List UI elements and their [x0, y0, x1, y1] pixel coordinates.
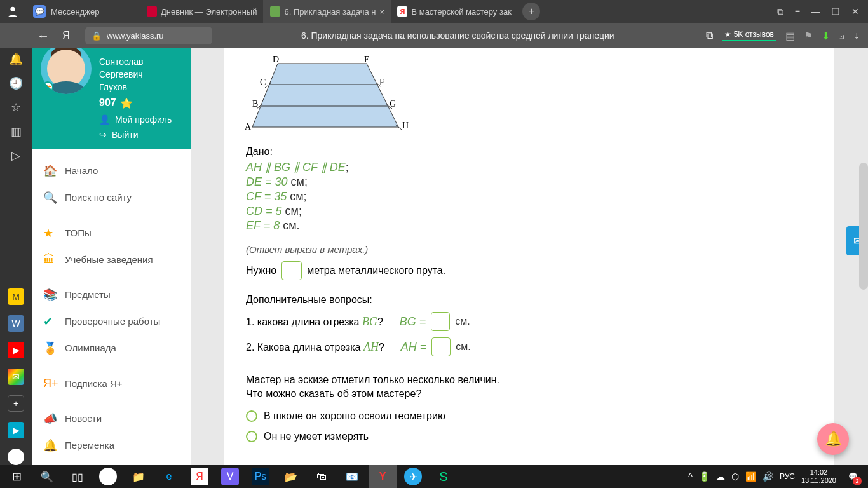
- tray-volume-icon[interactable]: 🔊: [763, 471, 773, 482]
- s-app-icon[interactable]: S: [430, 465, 458, 488]
- reviews-badge[interactable]: ★5K отзывов: [722, 30, 776, 41]
- clock[interactable]: 14:02 13.11.2020: [801, 468, 836, 485]
- bell-icon[interactable]: 🔔: [9, 52, 23, 66]
- alice-icon[interactable]: [8, 449, 24, 465]
- yaplus-icon: Я+: [43, 377, 57, 390]
- home-icon: 🏠: [43, 164, 57, 178]
- reader-icon[interactable]: ▤: [785, 30, 795, 42]
- mail-app-icon[interactable]: 📧: [338, 465, 366, 488]
- tab-add-button[interactable]: +: [522, 3, 540, 20]
- downloads-icon[interactable]: ↓: [854, 30, 859, 41]
- tab-dnevnik[interactable]: Дневник — Электронный: [140, 0, 263, 23]
- mail-icon[interactable]: ✉: [8, 369, 24, 385]
- vk-icon[interactable]: W: [8, 315, 24, 332]
- telegram-icon[interactable]: ✈: [399, 465, 427, 488]
- action-center-icon[interactable]: 💬2: [843, 466, 863, 487]
- nav-subjects[interactable]: 📚Предметы: [32, 281, 191, 308]
- collections-icon[interactable]: ▥: [9, 125, 23, 139]
- start-icon[interactable]: ⊞: [3, 465, 31, 488]
- star-icon[interactable]: ☆: [9, 100, 23, 114]
- folder-icon[interactable]: 📂: [277, 465, 305, 488]
- yandex-icon: Я: [397, 6, 407, 17]
- nav-news[interactable]: 📣Новости: [32, 405, 191, 432]
- shortcut-icon[interactable]: ▶: [8, 422, 24, 438]
- taskbar: ⊞ 🔍 ▯▯ 📁 e Я V Ps 📂 🛍 📧 Y ✈ S ^ 🔋 ☁ ⬡ 📶 …: [0, 465, 868, 488]
- yandex-home-icon[interactable]: Я: [55, 30, 78, 41]
- language-indicator[interactable]: РУС: [780, 472, 795, 481]
- yandex-icon[interactable]: Я: [186, 465, 214, 488]
- label-D: D: [273, 55, 279, 65]
- play-icon[interactable]: ▷: [9, 149, 23, 163]
- url-text: www.yaklass.ru: [107, 31, 164, 41]
- minimize-icon[interactable]: —: [811, 6, 820, 17]
- nav-search[interactable]: 🔍Поиск по сайту: [32, 184, 191, 211]
- radio-icon: [246, 431, 257, 442]
- radio-opt-2[interactable]: Он не умеет измерять: [246, 431, 813, 442]
- essay-block: Мастер на эскизе отметил только нескольк…: [246, 373, 813, 402]
- input-ah[interactable]: [431, 337, 451, 356]
- explorer-icon[interactable]: 📁: [125, 465, 153, 488]
- bookmark-icon[interactable]: ⚑: [804, 30, 813, 42]
- given-ef: EF = 8 см.: [246, 219, 813, 233]
- close-window-icon[interactable]: ✕: [851, 6, 859, 17]
- trapezoid-diagram: D E C F B G A H: [246, 57, 411, 133]
- logout-link[interactable]: ↪ Выйти: [99, 130, 172, 140]
- open-window-icon[interactable]: ⧉: [706, 30, 713, 41]
- nav-tops[interactable]: ★ТОПы: [32, 220, 191, 247]
- taskview-icon[interactable]: ▯▯: [64, 465, 92, 488]
- extensions-icon[interactable]: ⟓: [839, 30, 845, 41]
- add-panel-icon[interactable]: +: [8, 395, 24, 412]
- yandex-browser-active-icon[interactable]: Y: [369, 465, 397, 488]
- download-arrow-icon[interactable]: ⬇: [822, 30, 830, 42]
- tab-label: В мастерской мастеру зак: [411, 7, 511, 17]
- nav-yaplus[interactable]: Я+Подписка Я+: [32, 370, 191, 396]
- label-H: H: [402, 121, 409, 131]
- tray-bt-icon[interactable]: ⬡: [731, 471, 739, 482]
- youtube-icon[interactable]: ▶: [8, 342, 24, 358]
- tab-messenger[interactable]: 💬 Мессенджер: [25, 0, 140, 23]
- nav-olymp[interactable]: 🏅Олимпиада: [32, 335, 191, 362]
- label-A: A: [245, 122, 251, 132]
- browser-alice-icon[interactable]: [94, 465, 122, 488]
- given-label: Дано:: [246, 146, 813, 158]
- given-cf: CF = 35 см;: [246, 190, 813, 203]
- scrollbar[interactable]: [859, 163, 868, 290]
- nav-tests[interactable]: ✔Проверочные работы: [32, 308, 191, 335]
- floating-bell-icon[interactable]: 🔔: [817, 423, 849, 455]
- tray-chevron-icon[interactable]: ^: [688, 471, 693, 482]
- url-box[interactable]: 🔒 www.yaklass.ru: [85, 27, 212, 44]
- menu-icon[interactable]: ≡: [795, 6, 800, 17]
- my-profile-link[interactable]: 👤 Мой профиль: [99, 114, 172, 125]
- answer-input-meters[interactable]: [281, 261, 302, 280]
- store-icon[interactable]: 🛍: [308, 465, 336, 488]
- photoshop-icon[interactable]: Ps: [247, 465, 275, 488]
- nav-schools[interactable]: 🏛Учебные заведения: [32, 247, 191, 273]
- input-bg[interactable]: [431, 312, 450, 331]
- back-button[interactable]: ←: [32, 29, 55, 43]
- history-icon[interactable]: 🕘: [9, 76, 23, 90]
- taskbar-search-icon[interactable]: 🔍: [33, 465, 61, 488]
- tab-yandex[interactable]: Я В мастерской мастеру зак: [390, 0, 517, 23]
- yandex-market-icon[interactable]: М: [8, 288, 24, 305]
- site-icon: [270, 6, 280, 17]
- maximize-icon[interactable]: ❐: [832, 6, 840, 17]
- copy-icon[interactable]: ⧉: [777, 6, 783, 17]
- edge-icon[interactable]: e: [155, 465, 183, 488]
- tab-yaklass-active[interactable]: 6. Прикладная задача н ×: [263, 0, 390, 23]
- radio-opt-1[interactable]: В школе он хорошо освоил геометрию: [246, 410, 813, 422]
- medal-icon: 🏅: [43, 341, 57, 355]
- avatar[interactable]: Я+: [41, 48, 92, 94]
- tray-wifi-icon[interactable]: 📶: [745, 471, 756, 482]
- nav-break[interactable]: 🔔Переменка: [32, 432, 191, 459]
- nav-feedback[interactable]: 💬Отправить отзыв: [32, 459, 191, 465]
- nav-home[interactable]: 🏠Начало: [32, 158, 191, 184]
- browser-sidebar: 🔔 🕘 ☆ ▥ ▷ М W ▶ ✉ + ▶: [0, 48, 32, 465]
- logout-icon: ↪: [99, 130, 107, 140]
- star-icon: ⭐: [120, 97, 133, 109]
- close-icon[interactable]: ×: [380, 7, 385, 17]
- titlebar-profile-icon[interactable]: [0, 6, 25, 17]
- tray-battery-icon[interactable]: 🔋: [699, 471, 710, 482]
- viber-icon[interactable]: V: [216, 465, 244, 488]
- tray-cloud-icon[interactable]: ☁: [716, 471, 725, 482]
- given-cd: CD = 5 см;: [246, 205, 813, 218]
